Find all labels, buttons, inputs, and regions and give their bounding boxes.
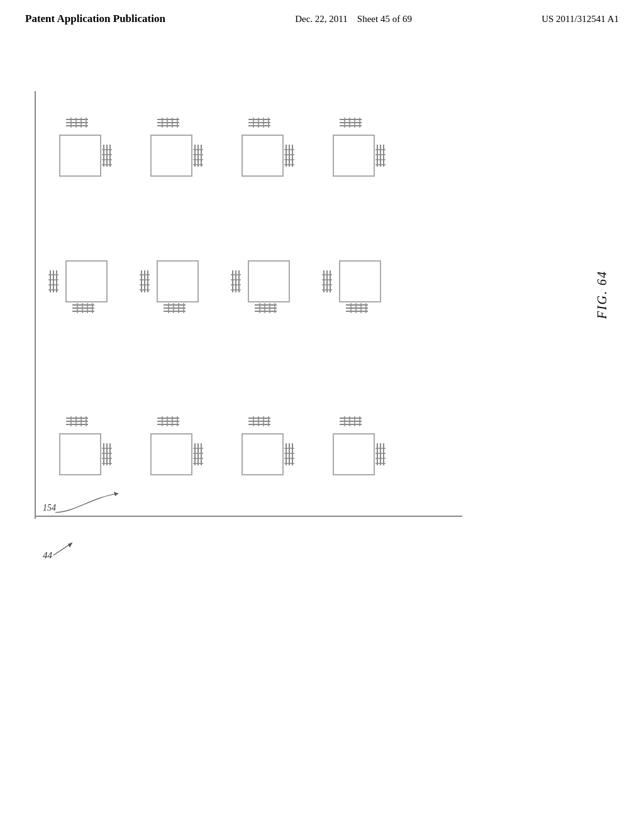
chip-r2c3 — [230, 252, 286, 308]
chip-r1c2-svg — [138, 116, 208, 185]
svg-marker-180 — [114, 492, 118, 496]
chip-r3c4-svg — [321, 415, 390, 484]
chip-r3c3 — [230, 415, 286, 472]
svg-rect-37 — [242, 135, 283, 176]
ref-44-label: 44 — [43, 550, 52, 561]
chip-r1c1-svg — [47, 116, 116, 185]
chip-r1c3 — [230, 116, 286, 173]
chip-r2c2 — [138, 252, 195, 308]
figure-label: FIG. 64 — [595, 270, 609, 319]
header-date-sheet: Dec. 22, 2011 Sheet 45 of 69 — [295, 11, 412, 26]
chip-r3c2 — [138, 415, 195, 472]
border-horizontal — [35, 516, 462, 517]
svg-rect-172 — [333, 434, 374, 475]
chip-r3c1 — [47, 415, 104, 472]
svg-rect-67 — [66, 261, 107, 302]
chip-row-3 — [47, 396, 377, 472]
chip-r3c2-svg — [138, 415, 208, 484]
chip-r3c4 — [321, 415, 377, 472]
svg-rect-52 — [333, 135, 374, 176]
chip-r3c1-svg — [47, 415, 116, 484]
page-header: Patent Application Publication Dec. 22, … — [0, 0, 644, 26]
svg-rect-82 — [157, 261, 198, 302]
chip-r1c4 — [321, 116, 377, 173]
chip-r1c4-svg — [321, 116, 390, 185]
svg-rect-157 — [242, 434, 283, 475]
chip-r2c3-svg — [230, 252, 299, 327]
chip-r2c1-svg — [47, 252, 116, 327]
chip-row-1 — [47, 97, 377, 173]
svg-rect-7 — [60, 135, 101, 176]
chip-r1c2 — [138, 116, 195, 173]
svg-rect-142 — [151, 434, 192, 475]
svg-rect-22 — [151, 135, 192, 176]
svg-marker-181 — [68, 543, 72, 548]
chip-r2c4 — [321, 252, 377, 308]
chip-row-2 — [47, 245, 377, 308]
header-patent-number: US 2011/312541 A1 — [541, 11, 619, 26]
svg-rect-97 — [248, 261, 289, 302]
chip-r2c4-svg — [321, 252, 390, 327]
chip-r1c3-svg — [230, 116, 299, 185]
header-publication-label: Patent Application Publication — [25, 11, 165, 26]
chip-r1c1 — [47, 116, 104, 173]
ref-154-label: 154 — [43, 503, 56, 513]
svg-rect-127 — [60, 434, 101, 475]
chip-r2c1 — [47, 252, 104, 308]
svg-rect-112 — [340, 261, 380, 302]
chip-r3c3-svg — [230, 415, 299, 484]
ref-44-arrow — [53, 540, 85, 558]
border-vertical — [35, 91, 36, 519]
chip-r2c2-svg — [138, 252, 208, 327]
ref-154-arrow — [55, 490, 131, 516]
